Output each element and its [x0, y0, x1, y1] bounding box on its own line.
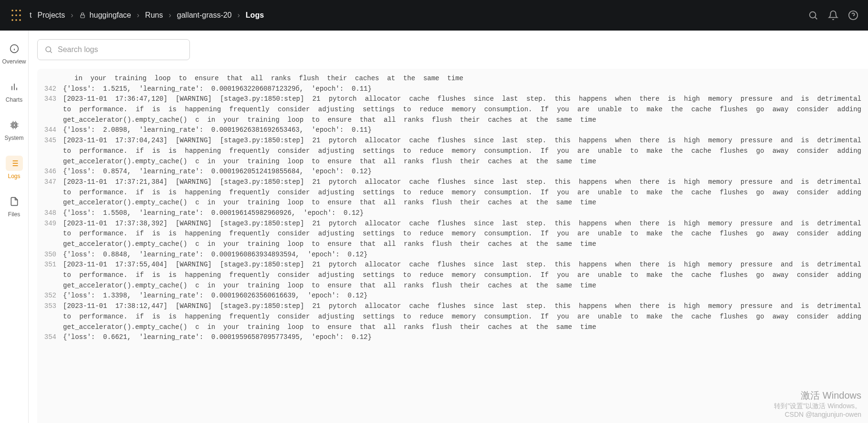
log-line: 350{'loss': 0.8848, 'learning_rate': 0.0… [44, 250, 861, 260]
log-line: 346{'loss': 0.8574, 'learning_rate': 0.0… [44, 167, 861, 177]
sidebar-item-charts[interactable]: Charts [0, 77, 28, 105]
chevron-right-icon: › [168, 11, 171, 20]
svg-line-37 [50, 51, 52, 53]
chevron-right-icon: › [71, 11, 73, 20]
log-text: in your training loop to ensure that all… [63, 74, 861, 84]
chevron-right-icon: › [238, 11, 240, 20]
log-line: 344{'loss': 2.0898, 'learning_rate': 0.0… [44, 125, 861, 136]
svg-point-2 [19, 10, 21, 11]
svg-point-4 [15, 14, 17, 16]
sidebar-item-files[interactable]: Files [0, 192, 28, 220]
info-icon [10, 44, 19, 53]
log-text: [2023-11-01 17:37:04,243] [WARNING] [sta… [63, 136, 861, 167]
crumb-current: Logs [246, 11, 264, 20]
log-text: {'loss': 1.5508, 'learning_rate': 0.0001… [63, 208, 861, 219]
sidebar: Overview Charts System Logs Files [0, 31, 29, 423]
svg-point-6 [11, 19, 13, 21]
log-line: 349[2023-11-01 17:37:38,392] [WARNING] [… [44, 219, 861, 250]
log-text: {'loss': 1.5215, 'learning_rate': 0.0001… [63, 84, 861, 95]
log-text: [2023-11-01 17:38:12,447] [WARNING] [sta… [63, 301, 861, 332]
chevron-right-icon: › [137, 11, 139, 20]
line-number: 351 [44, 260, 63, 270]
help-icon[interactable] [848, 10, 858, 21]
log-line: 354{'loss': 0.6621, 'learning_rate': 0.0… [44, 332, 861, 343]
log-line: 345[2023-11-01 17:37:04,243] [WARNING] [… [44, 136, 861, 167]
line-number: 343 [44, 94, 63, 105]
search-icon[interactable] [808, 10, 818, 21]
log-line: 342{'loss': 1.5215, 'learning_rate': 0.0… [44, 84, 861, 95]
log-line: 348{'loss': 1.5508, 'learning_rate': 0.0… [44, 208, 861, 219]
line-number: 347 [44, 177, 63, 188]
svg-point-7 [15, 19, 17, 21]
sidebar-item-label: Files [8, 211, 20, 218]
line-number: 344 [44, 125, 63, 136]
line-number: 354 [44, 332, 63, 343]
crumb-run[interactable]: gallant-grass-20 [177, 11, 232, 20]
main: in your training loop to ensure that all… [29, 31, 868, 423]
sidebar-item-label: System [4, 135, 23, 141]
log-text: {'loss': 2.0898, 'learning_rate': 0.0001… [63, 125, 861, 136]
log-text: [2023-11-01 17:37:21,384] [WARNING] [sta… [63, 177, 861, 208]
topbar: t Projects › huggingface › Runs › gallan… [0, 0, 868, 31]
crumb-org[interactable]: t [30, 11, 31, 20]
bell-icon[interactable] [828, 10, 838, 21]
svg-point-10 [810, 12, 816, 18]
log-text: {'loss': 0.8848, 'learning_rate': 0.0001… [63, 250, 861, 260]
svg-rect-20 [12, 123, 17, 127]
lock-icon [79, 12, 86, 19]
svg-point-0 [11, 10, 13, 11]
log-line: 343[2023-11-01 17:36:47,120] [WARNING] [… [44, 94, 861, 125]
line-number: 350 [44, 250, 63, 260]
svg-rect-21 [13, 124, 15, 127]
search-input[interactable] [58, 45, 183, 54]
line-number: 348 [44, 208, 63, 219]
crumb-project-label: huggingface [90, 11, 131, 20]
svg-rect-9 [80, 15, 84, 18]
log-text: {'loss': 0.6621, 'learning_rate': 0.0001… [63, 332, 861, 343]
svg-point-5 [19, 14, 21, 16]
file-icon [10, 197, 19, 206]
log-line: 351[2023-11-01 17:37:55,404] [WARNING] [… [44, 260, 861, 291]
line-number: 346 [44, 167, 63, 177]
line-number: 349 [44, 219, 63, 229]
line-number: 353 [44, 301, 63, 312]
crumb-project[interactable]: huggingface [79, 11, 131, 20]
crumb-runs[interactable]: Runs [145, 11, 163, 20]
cpu-icon [10, 120, 19, 130]
log-line: 352{'loss': 1.3398, 'learning_rate': 0.0… [44, 291, 861, 301]
log-line: 353[2023-11-01 17:38:12,447] [WARNING] [… [44, 301, 861, 332]
chart-icon [10, 82, 19, 92]
crumb-projects[interactable]: Projects [37, 11, 65, 20]
sidebar-item-logs[interactable]: Logs [0, 154, 28, 181]
log-text: {'loss': 0.8574, 'learning_rate': 0.0001… [63, 167, 861, 177]
log-text: [2023-11-01 17:37:55,404] [WARNING] [sta… [63, 260, 861, 291]
log-text: {'loss': 1.3398, 'learning_rate': 0.0001… [63, 291, 861, 301]
line-number: 342 [44, 84, 63, 95]
line-number: 352 [44, 291, 63, 301]
log-line-partial: in your training loop to ensure that all… [44, 74, 861, 84]
log-viewer[interactable]: in your training loop to ensure that all… [37, 69, 868, 423]
log-text: [2023-11-01 17:37:38,392] [WARNING] [sta… [63, 219, 861, 250]
svg-point-8 [19, 19, 21, 21]
sidebar-item-label: Charts [6, 96, 22, 103]
sidebar-item-label: Overview [2, 58, 26, 65]
log-line: 347[2023-11-01 17:37:21,384] [WARNING] [… [44, 177, 861, 208]
svg-point-3 [11, 14, 13, 16]
svg-point-36 [46, 47, 51, 52]
search-logs[interactable] [37, 39, 190, 60]
sidebar-item-label: Logs [8, 173, 20, 180]
sidebar-item-system[interactable]: System [0, 116, 28, 143]
logo[interactable] [10, 9, 23, 22]
breadcrumb: t Projects › huggingface › Runs › gallan… [30, 11, 264, 20]
search-icon [44, 45, 53, 54]
svg-line-11 [815, 17, 817, 20]
log-text: [2023-11-01 17:36:47,120] [WARNING] [sta… [63, 94, 861, 125]
sidebar-item-overview[interactable]: Overview [0, 39, 28, 67]
list-icon [10, 159, 19, 168]
svg-point-1 [15, 10, 17, 11]
line-number: 345 [44, 136, 63, 146]
